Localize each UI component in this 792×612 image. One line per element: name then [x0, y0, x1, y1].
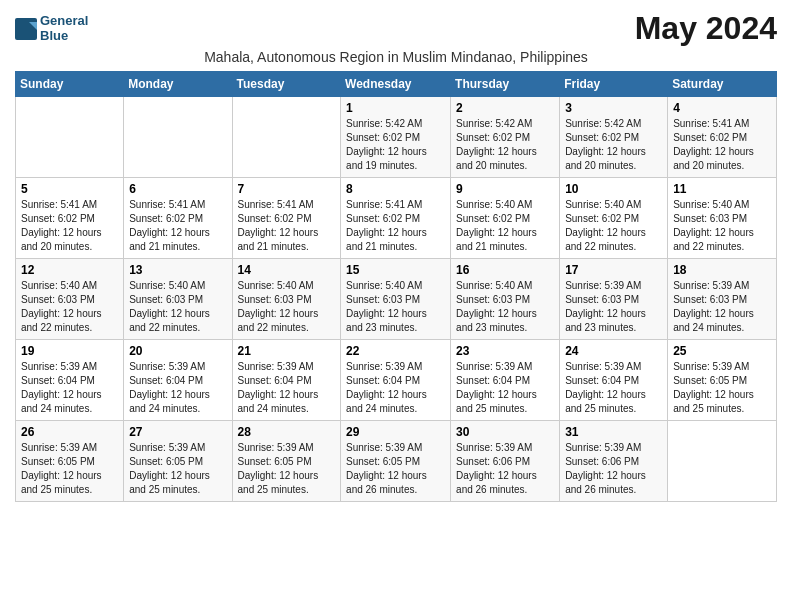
- calendar-cell: 20Sunrise: 5:39 AM Sunset: 6:04 PM Dayli…: [124, 340, 232, 421]
- day-number: 13: [129, 263, 226, 277]
- day-info: Sunrise: 5:39 AM Sunset: 6:05 PM Dayligh…: [238, 441, 336, 497]
- calendar-cell: 8Sunrise: 5:41 AM Sunset: 6:02 PM Daylig…: [341, 178, 451, 259]
- day-info: Sunrise: 5:39 AM Sunset: 6:04 PM Dayligh…: [565, 360, 662, 416]
- day-number: 31: [565, 425, 662, 439]
- week-row-4: 19Sunrise: 5:39 AM Sunset: 6:04 PM Dayli…: [16, 340, 777, 421]
- calendar-cell: 13Sunrise: 5:40 AM Sunset: 6:03 PM Dayli…: [124, 259, 232, 340]
- day-number: 17: [565, 263, 662, 277]
- day-number: 16: [456, 263, 554, 277]
- calendar-cell: [232, 97, 341, 178]
- day-info: Sunrise: 5:41 AM Sunset: 6:02 PM Dayligh…: [346, 198, 445, 254]
- day-info: Sunrise: 5:40 AM Sunset: 6:02 PM Dayligh…: [456, 198, 554, 254]
- day-info: Sunrise: 5:40 AM Sunset: 6:03 PM Dayligh…: [673, 198, 771, 254]
- day-info: Sunrise: 5:41 AM Sunset: 6:02 PM Dayligh…: [129, 198, 226, 254]
- calendar-cell: 15Sunrise: 5:40 AM Sunset: 6:03 PM Dayli…: [341, 259, 451, 340]
- logo: General Blue: [15, 14, 88, 43]
- calendar-cell: 16Sunrise: 5:40 AM Sunset: 6:03 PM Dayli…: [451, 259, 560, 340]
- day-number: 19: [21, 344, 118, 358]
- calendar-cell: 12Sunrise: 5:40 AM Sunset: 6:03 PM Dayli…: [16, 259, 124, 340]
- calendar-cell: 31Sunrise: 5:39 AM Sunset: 6:06 PM Dayli…: [560, 421, 668, 502]
- day-number: 3: [565, 101, 662, 115]
- day-number: 11: [673, 182, 771, 196]
- day-info: Sunrise: 5:39 AM Sunset: 6:04 PM Dayligh…: [129, 360, 226, 416]
- calendar-cell: 24Sunrise: 5:39 AM Sunset: 6:04 PM Dayli…: [560, 340, 668, 421]
- day-number: 8: [346, 182, 445, 196]
- day-info: Sunrise: 5:39 AM Sunset: 6:04 PM Dayligh…: [456, 360, 554, 416]
- calendar-cell: 25Sunrise: 5:39 AM Sunset: 6:05 PM Dayli…: [668, 340, 777, 421]
- day-number: 22: [346, 344, 445, 358]
- day-info: Sunrise: 5:41 AM Sunset: 6:02 PM Dayligh…: [238, 198, 336, 254]
- day-number: 21: [238, 344, 336, 358]
- day-info: Sunrise: 5:40 AM Sunset: 6:03 PM Dayligh…: [456, 279, 554, 335]
- calendar-cell: 28Sunrise: 5:39 AM Sunset: 6:05 PM Dayli…: [232, 421, 341, 502]
- day-info: Sunrise: 5:40 AM Sunset: 6:03 PM Dayligh…: [238, 279, 336, 335]
- calendar-cell: 22Sunrise: 5:39 AM Sunset: 6:04 PM Dayli…: [341, 340, 451, 421]
- calendar-cell: 11Sunrise: 5:40 AM Sunset: 6:03 PM Dayli…: [668, 178, 777, 259]
- day-info: Sunrise: 5:41 AM Sunset: 6:02 PM Dayligh…: [21, 198, 118, 254]
- col-header-friday: Friday: [560, 72, 668, 97]
- day-info: Sunrise: 5:42 AM Sunset: 6:02 PM Dayligh…: [456, 117, 554, 173]
- day-info: Sunrise: 5:40 AM Sunset: 6:03 PM Dayligh…: [346, 279, 445, 335]
- day-info: Sunrise: 5:39 AM Sunset: 6:04 PM Dayligh…: [346, 360, 445, 416]
- day-number: 15: [346, 263, 445, 277]
- day-number: 20: [129, 344, 226, 358]
- calendar-cell: 2Sunrise: 5:42 AM Sunset: 6:02 PM Daylig…: [451, 97, 560, 178]
- day-info: Sunrise: 5:39 AM Sunset: 6:05 PM Dayligh…: [129, 441, 226, 497]
- calendar-table: SundayMondayTuesdayWednesdayThursdayFrid…: [15, 71, 777, 502]
- day-info: Sunrise: 5:39 AM Sunset: 6:06 PM Dayligh…: [456, 441, 554, 497]
- day-info: Sunrise: 5:39 AM Sunset: 6:03 PM Dayligh…: [673, 279, 771, 335]
- col-header-thursday: Thursday: [451, 72, 560, 97]
- col-header-wednesday: Wednesday: [341, 72, 451, 97]
- day-number: 18: [673, 263, 771, 277]
- day-info: Sunrise: 5:39 AM Sunset: 6:04 PM Dayligh…: [21, 360, 118, 416]
- calendar-cell: 21Sunrise: 5:39 AM Sunset: 6:04 PM Dayli…: [232, 340, 341, 421]
- col-header-tuesday: Tuesday: [232, 72, 341, 97]
- calendar-cell: 30Sunrise: 5:39 AM Sunset: 6:06 PM Dayli…: [451, 421, 560, 502]
- calendar-cell: [668, 421, 777, 502]
- day-number: 24: [565, 344, 662, 358]
- day-number: 27: [129, 425, 226, 439]
- calendar-cell: [124, 97, 232, 178]
- svg-rect-0: [15, 18, 37, 40]
- col-header-sunday: Sunday: [16, 72, 124, 97]
- calendar-cell: 17Sunrise: 5:39 AM Sunset: 6:03 PM Dayli…: [560, 259, 668, 340]
- calendar-cell: 18Sunrise: 5:39 AM Sunset: 6:03 PM Dayli…: [668, 259, 777, 340]
- day-info: Sunrise: 5:39 AM Sunset: 6:05 PM Dayligh…: [21, 441, 118, 497]
- calendar-cell: 4Sunrise: 5:41 AM Sunset: 6:02 PM Daylig…: [668, 97, 777, 178]
- day-info: Sunrise: 5:39 AM Sunset: 6:05 PM Dayligh…: [346, 441, 445, 497]
- day-number: 26: [21, 425, 118, 439]
- day-info: Sunrise: 5:42 AM Sunset: 6:02 PM Dayligh…: [565, 117, 662, 173]
- week-row-1: 1Sunrise: 5:42 AM Sunset: 6:02 PM Daylig…: [16, 97, 777, 178]
- day-info: Sunrise: 5:39 AM Sunset: 6:03 PM Dayligh…: [565, 279, 662, 335]
- day-number: 9: [456, 182, 554, 196]
- calendar-cell: 1Sunrise: 5:42 AM Sunset: 6:02 PM Daylig…: [341, 97, 451, 178]
- day-number: 4: [673, 101, 771, 115]
- day-info: Sunrise: 5:39 AM Sunset: 6:05 PM Dayligh…: [673, 360, 771, 416]
- calendar-cell: 19Sunrise: 5:39 AM Sunset: 6:04 PM Dayli…: [16, 340, 124, 421]
- day-info: Sunrise: 5:42 AM Sunset: 6:02 PM Dayligh…: [346, 117, 445, 173]
- day-number: 2: [456, 101, 554, 115]
- day-number: 1: [346, 101, 445, 115]
- week-row-3: 12Sunrise: 5:40 AM Sunset: 6:03 PM Dayli…: [16, 259, 777, 340]
- day-number: 6: [129, 182, 226, 196]
- week-row-5: 26Sunrise: 5:39 AM Sunset: 6:05 PM Dayli…: [16, 421, 777, 502]
- day-number: 14: [238, 263, 336, 277]
- week-row-2: 5Sunrise: 5:41 AM Sunset: 6:02 PM Daylig…: [16, 178, 777, 259]
- calendar-cell: 27Sunrise: 5:39 AM Sunset: 6:05 PM Dayli…: [124, 421, 232, 502]
- calendar-cell: 10Sunrise: 5:40 AM Sunset: 6:02 PM Dayli…: [560, 178, 668, 259]
- day-info: Sunrise: 5:39 AM Sunset: 6:06 PM Dayligh…: [565, 441, 662, 497]
- day-number: 25: [673, 344, 771, 358]
- logo-icon: [15, 18, 37, 40]
- day-info: Sunrise: 5:39 AM Sunset: 6:04 PM Dayligh…: [238, 360, 336, 416]
- day-info: Sunrise: 5:41 AM Sunset: 6:02 PM Dayligh…: [673, 117, 771, 173]
- day-number: 28: [238, 425, 336, 439]
- calendar-cell: 14Sunrise: 5:40 AM Sunset: 6:03 PM Dayli…: [232, 259, 341, 340]
- logo-text: General Blue: [40, 14, 88, 43]
- calendar-cell: 9Sunrise: 5:40 AM Sunset: 6:02 PM Daylig…: [451, 178, 560, 259]
- day-number: 12: [21, 263, 118, 277]
- day-number: 5: [21, 182, 118, 196]
- calendar-cell: 7Sunrise: 5:41 AM Sunset: 6:02 PM Daylig…: [232, 178, 341, 259]
- day-number: 23: [456, 344, 554, 358]
- calendar-cell: 6Sunrise: 5:41 AM Sunset: 6:02 PM Daylig…: [124, 178, 232, 259]
- calendar-cell: 3Sunrise: 5:42 AM Sunset: 6:02 PM Daylig…: [560, 97, 668, 178]
